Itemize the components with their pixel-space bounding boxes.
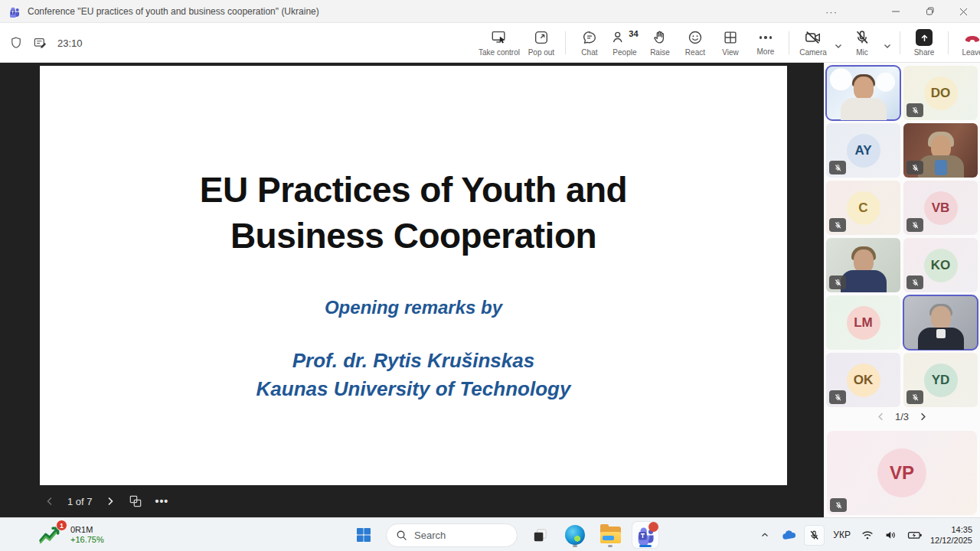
pager-next-button[interactable] <box>918 412 928 422</box>
participant-tile[interactable]: AY <box>826 123 900 178</box>
taskbar-search[interactable]: Search <box>386 523 518 547</box>
muted-mic-icon <box>830 498 847 512</box>
teams-app-button[interactable] <box>632 522 658 548</box>
meeting-main-area: EU Practices of Youth and Business Coope… <box>0 63 980 517</box>
mic-button[interactable]: Mic <box>844 24 880 62</box>
participant-initials: VP <box>877 448 926 497</box>
participant-video-tile[interactable] <box>826 66 900 120</box>
shared-content-stage: EU Practices of Youth and Business Coope… <box>0 63 824 517</box>
teams-taskbar-icon <box>635 524 656 546</box>
muted-mic-icon <box>829 390 846 404</box>
participant-video-tile[interactable] <box>826 238 900 292</box>
running-indicator <box>608 545 612 547</box>
wifi-icon[interactable] <box>859 525 876 545</box>
muted-mic-icon <box>829 276 846 289</box>
taskbar-widgets-stock[interactable]: 1 0R1M +16.75% <box>37 521 104 547</box>
previous-slide-button[interactable] <box>44 496 55 507</box>
muted-mic-icon <box>906 161 923 174</box>
keyboard-language-indicator[interactable]: УКР <box>831 530 852 540</box>
security-shield-icon[interactable] <box>9 36 23 50</box>
participant-tile[interactable]: OK <box>826 353 900 407</box>
file-explorer-button[interactable] <box>597 522 623 548</box>
view-grid-icon <box>722 29 739 46</box>
more-dots-icon <box>760 30 773 45</box>
onedrive-cloud-icon[interactable] <box>780 525 797 545</box>
participant-tile[interactable]: YD <box>903 353 978 407</box>
participant-tile[interactable]: DO <box>903 66 978 120</box>
pop-out-button[interactable]: Pop out <box>524 24 559 62</box>
react-button[interactable]: React <box>678 24 713 62</box>
slide-more-button[interactable]: ••• <box>155 495 169 507</box>
participant-initials: OK <box>847 364 880 397</box>
close-button[interactable] <box>946 0 980 23</box>
minimize-button[interactable] <box>879 0 913 23</box>
people-button[interactable]: 34 People <box>607 24 642 62</box>
toolbar-divider <box>789 31 789 54</box>
participant-tile[interactable]: KO <box>903 238 978 292</box>
task-view-button[interactable] <box>527 522 553 548</box>
participant-tile[interactable]: C <box>826 181 900 235</box>
search-icon <box>396 530 407 541</box>
camera-off-icon <box>804 29 822 46</box>
pager-previous-button[interactable] <box>876 412 886 422</box>
more-button[interactable]: More <box>748 24 783 62</box>
stock-symbol: 0R1M <box>70 525 104 534</box>
share-active-icon <box>916 29 933 46</box>
file-explorer-icon <box>600 527 621 543</box>
people-count-badge: 34 <box>629 29 638 38</box>
slide-navigation: 1 of 7 ••• <box>44 491 168 511</box>
participant-tile[interactable]: LM <box>826 295 900 350</box>
windows-logo-icon <box>354 526 373 544</box>
meeting-notes-icon[interactable] <box>33 36 47 51</box>
camera-button[interactable]: Camera <box>795 24 831 62</box>
camera-options-chevron[interactable] <box>834 41 843 51</box>
toolbar-divider <box>565 31 566 54</box>
notification-badge: 1 <box>56 520 67 531</box>
edge-browser-button[interactable] <box>562 522 588 548</box>
battery-icon[interactable] <box>906 525 923 545</box>
people-icon <box>611 29 628 46</box>
take-control-icon <box>491 29 508 46</box>
react-smiley-icon <box>687 29 704 46</box>
active-app-indicator <box>639 545 652 547</box>
titlebar-more-button[interactable]: ··· <box>815 0 848 23</box>
next-slide-button[interactable] <box>105 496 116 507</box>
featured-participant-tile[interactable]: VP <box>827 431 977 515</box>
clock[interactable]: 14:35 12/12/2025 <box>930 524 975 546</box>
participant-initials: DO <box>924 77 958 110</box>
raise-hand-button[interactable]: Raise <box>642 24 678 62</box>
teams-app-icon <box>8 5 21 18</box>
pager-position: 1/3 <box>895 411 909 422</box>
participant-initials: AY <box>847 134 880 168</box>
tray-mic-muted-indicator[interactable] <box>804 525 825 546</box>
share-button[interactable]: Share <box>906 24 942 62</box>
presentation-slide: EU Practices of Youth and Business Coope… <box>40 66 787 485</box>
muted-mic-icon <box>829 161 846 174</box>
meeting-timer: 23:10 <box>57 37 83 49</box>
task-view-icon <box>531 527 549 544</box>
slide-thumbnails-button[interactable] <box>128 494 143 509</box>
view-button[interactable]: View <box>713 24 748 62</box>
maximize-button[interactable] <box>913 0 946 23</box>
participant-video-tile[interactable] <box>903 123 978 178</box>
chat-icon <box>581 29 598 46</box>
speaker-icon[interactable] <box>883 525 900 545</box>
slide-position: 1 of 7 <box>67 496 93 507</box>
take-control-button[interactable]: Take control <box>475 24 524 62</box>
slide-subtitle: Opening remarks by <box>40 297 787 318</box>
meeting-toolbar: 23:10 Take control Pop out Chat <box>0 23 980 63</box>
muted-mic-icon <box>906 390 923 404</box>
leave-button[interactable]: Leave <box>955 24 980 62</box>
tray-date: 12/12/2025 <box>930 535 972 546</box>
participant-tile[interactable]: VB <box>903 181 978 235</box>
participant-video-tile[interactable] <box>903 295 978 350</box>
toolbar-divider <box>948 31 949 54</box>
pop-out-icon <box>533 29 550 46</box>
participant-initials: LM <box>847 306 880 340</box>
participant-initials: KO <box>924 249 958 282</box>
tray-hidden-icons-chevron[interactable] <box>756 525 773 545</box>
chat-button[interactable]: Chat <box>572 24 607 62</box>
start-button[interactable] <box>351 522 377 548</box>
mic-options-chevron[interactable] <box>883 41 892 51</box>
muted-mic-icon <box>829 218 846 232</box>
